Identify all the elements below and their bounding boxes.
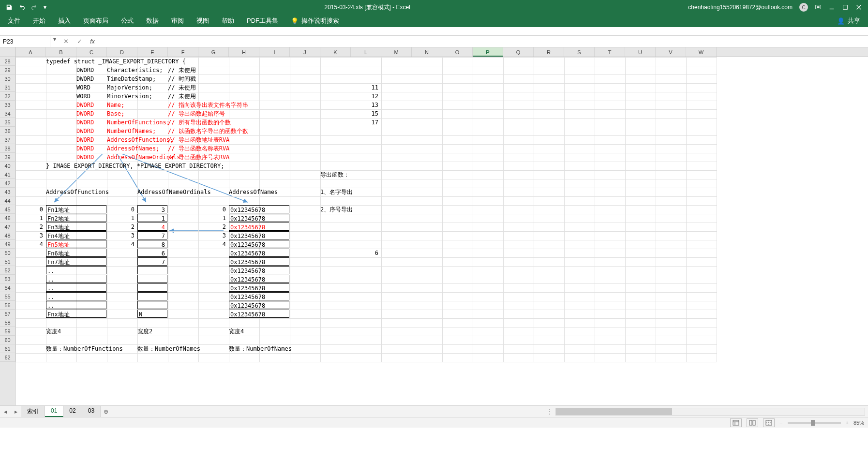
cell[interactable] <box>137 266 167 274</box>
sheet-nav-next-icon[interactable]: ▸ <box>11 408 21 415</box>
row-header[interactable]: 43 <box>0 188 15 196</box>
cell[interactable]: // 时间戳 <box>168 74 313 83</box>
add-sheet-button[interactable]: ⊕ <box>101 408 111 415</box>
column-header[interactable]: R <box>534 47 564 57</box>
cell[interactable]: .. <box>46 266 106 274</box>
column-header[interactable]: S <box>564 47 595 57</box>
ribbon-tab[interactable]: 公式 <box>115 15 139 27</box>
row-header[interactable]: 40 <box>0 162 15 170</box>
column-header[interactable]: O <box>442 47 473 57</box>
sheet-nav-prev-icon[interactable]: ◂ <box>0 408 11 415</box>
cell[interactable] <box>137 283 167 292</box>
cell[interactable]: 0x12345678 <box>229 231 289 239</box>
cell[interactable]: 0x12345678 <box>229 240 289 248</box>
row-header[interactable]: 39 <box>0 153 15 162</box>
cell[interactable]: 4 <box>107 240 136 248</box>
sheet-split-handle[interactable]: ⋮ <box>544 408 555 415</box>
cell[interactable]: 7 <box>137 231 167 239</box>
row-header[interactable]: 35 <box>0 118 15 127</box>
zoom-level[interactable]: 85% <box>853 420 864 426</box>
row-header[interactable]: 59 <box>0 327 15 336</box>
row-header[interactable]: 28 <box>0 57 15 66</box>
row-header[interactable]: 41 <box>0 170 15 179</box>
redo-icon[interactable] <box>31 4 38 11</box>
cells-area[interactable]: typedef struct _IMAGE_EXPORT_DIRECTORY {… <box>15 57 868 405</box>
cell[interactable]: 4 <box>137 223 167 231</box>
user-email[interactable]: chenhaoting15520619872@outlook.com <box>688 4 793 11</box>
row-header[interactable]: 45 <box>0 205 15 214</box>
cell[interactable]: 3 <box>198 231 228 239</box>
row-header[interactable]: 31 <box>0 83 15 92</box>
sheet-tab[interactable]: 03 <box>82 406 101 417</box>
cell[interactable]: 2 <box>15 223 45 231</box>
cell[interactable] <box>137 275 167 283</box>
cell[interactable]: 0x12345678 <box>229 249 289 257</box>
cell[interactable]: // 以函数名字导出的函数个数 <box>168 127 313 135</box>
column-header[interactable]: V <box>656 47 686 57</box>
row-header[interactable]: 34 <box>0 109 15 118</box>
cell[interactable]: Fn6地址 <box>46 249 106 257</box>
confirm-formula-icon[interactable]: ✓ <box>73 38 86 45</box>
row-header[interactable]: 46 <box>0 214 15 223</box>
row-header[interactable]: 47 <box>0 223 15 231</box>
column-header[interactable]: E <box>137 47 168 57</box>
column-header[interactable]: U <box>625 47 656 57</box>
cell[interactable]: } IMAGE_EXPORT_DIRECTORY, *PIMAGE_EXPORT… <box>46 162 191 170</box>
column-header[interactable]: F <box>168 47 198 57</box>
cell[interactable] <box>137 301 167 309</box>
column-header[interactable]: D <box>107 47 137 57</box>
sheet-tab[interactable]: 02 <box>63 406 82 417</box>
cell[interactable]: 宽度4 <box>229 327 374 335</box>
row-header[interactable]: 37 <box>0 135 15 144</box>
row-header[interactable]: 44 <box>0 196 15 205</box>
column-header[interactable]: Q <box>503 47 534 57</box>
horizontal-scrollbar[interactable] <box>555 408 865 416</box>
cell[interactable]: 0 <box>15 205 45 213</box>
cell[interactable]: 0x12345678 <box>229 283 289 292</box>
cell[interactable]: 2、序号导出 <box>320 205 465 213</box>
row-header[interactable]: 38 <box>0 144 15 153</box>
cell[interactable]: 1 <box>198 214 228 222</box>
column-header[interactable]: M <box>381 47 412 57</box>
column-header[interactable]: K <box>320 47 351 57</box>
cell[interactable]: // 导出函数名称表RVA <box>168 144 313 152</box>
maximize-icon[interactable] <box>842 4 849 11</box>
cell[interactable]: // 未使用 <box>168 66 313 74</box>
select-all-corner[interactable] <box>0 47 15 57</box>
cell[interactable]: // 导出函数序号表RVA <box>168 153 313 161</box>
ribbon-tab[interactable]: PDF工具集 <box>241 15 284 27</box>
row-header[interactable]: 52 <box>0 266 15 275</box>
cell[interactable]: 数量：NumberOfNames <box>229 344 374 353</box>
cell[interactable]: 2 <box>107 223 136 231</box>
share-button[interactable]: 共享 <box>848 16 860 25</box>
column-header[interactable]: A <box>15 47 46 57</box>
cell[interactable]: 7 <box>137 257 167 266</box>
cell[interactable]: 导出函数： <box>320 170 465 178</box>
cell[interactable]: typedef struct _IMAGE_EXPORT_DIRECTORY { <box>46 57 191 65</box>
close-icon[interactable] <box>855 4 862 11</box>
cell[interactable]: .. <box>46 283 106 292</box>
cell[interactable]: Fn4地址 <box>46 231 106 239</box>
cell[interactable]: 15 <box>351 109 380 118</box>
cell[interactable]: .. <box>46 275 106 283</box>
row-header[interactable]: 42 <box>0 179 15 188</box>
cell[interactable]: // 未使用 <box>168 83 313 91</box>
row-header[interactable]: 33 <box>0 101 15 109</box>
sheet-tab[interactable]: 01 <box>45 406 63 417</box>
cancel-formula-icon[interactable]: ✕ <box>59 38 73 45</box>
cell[interactable]: // 未使用 <box>168 92 313 100</box>
cell[interactable]: .. <box>46 292 106 300</box>
ribbon-tab[interactable]: 页面布局 <box>77 15 114 27</box>
cell[interactable]: 0x12345678 <box>229 257 289 266</box>
cell[interactable]: Fn5地址 <box>46 240 106 248</box>
row-header[interactable]: 30 <box>0 74 15 83</box>
row-header[interactable]: 48 <box>0 231 15 240</box>
avatar[interactable]: C <box>799 3 808 12</box>
cell[interactable]: 17 <box>351 118 380 126</box>
cell[interactable]: 3 <box>107 231 136 239</box>
ribbon-tab[interactable]: 插入 <box>52 15 76 27</box>
page-break-view-button[interactable] <box>763 418 775 427</box>
column-header[interactable]: I <box>259 47 290 57</box>
zoom-in-button[interactable]: + <box>846 420 849 426</box>
column-header[interactable]: N <box>412 47 442 57</box>
